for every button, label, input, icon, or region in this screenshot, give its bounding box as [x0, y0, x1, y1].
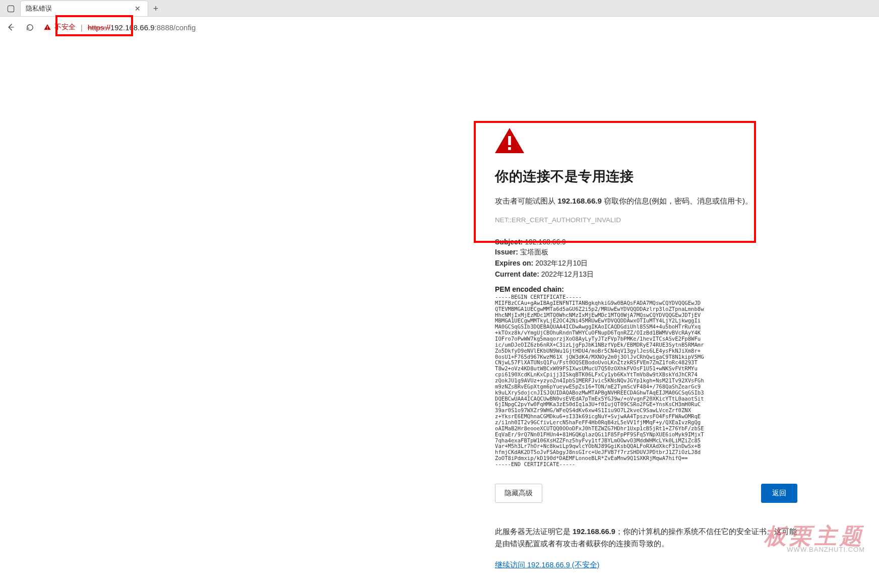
new-tab-button[interactable]: + [148, 1, 163, 16]
warning-triangle-icon [43, 23, 51, 31]
interstitial-subtext: 攻击者可能试图从 192.168.66.9 窃取你的信息(例如，密码、消息或信用… [495, 197, 807, 206]
interstitial-content: 你的连接不是专用连接 攻击者可能试图从 192.168.66.9 窃取你的信息(… [495, 128, 807, 570]
browser-tab[interactable]: 隐私错误 ✕ [20, 1, 148, 16]
svg-rect-5 [508, 147, 511, 150]
cert-current-date: Current date: 2022年12月13日 [495, 270, 807, 279]
url-path: :8888/config [155, 23, 196, 32]
error-code[interactable]: NET::ERR_CERT_AUTHORITY_INVALID [495, 216, 807, 224]
tab-title: 隐私错误 [26, 4, 133, 13]
subtext-prefix: 攻击者可能试图从 [495, 197, 557, 205]
pem-chain[interactable]: -----BEGIN CERTIFICATE----- MIIFBzCCAu+g… [495, 294, 807, 468]
titlebar: 隐私错误 ✕ + [0, 0, 879, 17]
hide-advanced-button[interactable]: 隐藏高级 [495, 484, 542, 503]
address-divider: | [81, 23, 83, 32]
back-button[interactable] [3, 20, 18, 35]
big-warning-icon [495, 128, 524, 153]
back-to-safety-button[interactable]: 返回 [761, 484, 797, 503]
subtext-suffix: 窃取你的信息(例如，密码、消息或信用卡)。 [602, 197, 752, 205]
explain-prefix: 此服务器无法证明它是 [495, 528, 573, 536]
subtext-host: 192.168.66.9 [557, 197, 602, 205]
reload-icon [26, 23, 34, 32]
address-bar[interactable]: 不安全 | https:// 192.168.66.9 :8888/config [41, 20, 876, 35]
url-host: 192.168.66.9 [110, 23, 155, 32]
toolbar: 不安全 | https:// 192.168.66.9 :8888/config [0, 17, 879, 38]
explanation-text: 此服务器无法证明它是 192.168.66.9；你的计算机的操作系统不信任它的安… [495, 526, 797, 550]
cert-expires: Expires on: 2032年12月10日 [495, 259, 807, 268]
security-chip[interactable]: 不安全 [43, 23, 76, 32]
security-label: 不安全 [54, 23, 76, 32]
explain-host: 192.168.66.9 [573, 528, 615, 536]
url-scheme: https:// [88, 23, 110, 32]
tab-close-button[interactable]: ✕ [133, 5, 143, 13]
svg-rect-4 [508, 136, 511, 145]
cert-issuer: Issuer: 宝塔面板 [495, 248, 807, 257]
button-row: 隐藏高级 返回 [495, 484, 797, 503]
tab-overview-button[interactable] [3, 1, 18, 16]
pem-label: PEM encoded chain: [495, 285, 807, 293]
svg-rect-0 [8, 6, 14, 12]
page-body: 你的连接不是专用连接 攻击者可能试图从 192.168.66.9 窃取你的信息(… [0, 37, 879, 588]
svg-rect-2 [47, 26, 47, 28]
svg-rect-3 [47, 29, 47, 29]
cert-subject: Subject: 192.168.66.9 [495, 238, 807, 246]
panel-icon [7, 5, 15, 13]
reload-button[interactable] [22, 20, 37, 35]
interstitial-heading: 你的连接不是专用连接 [495, 167, 807, 185]
arrow-left-icon [6, 23, 15, 32]
proceed-unsafe-link[interactable]: 继续访问 192.168.66.9 (不安全) [495, 560, 599, 570]
